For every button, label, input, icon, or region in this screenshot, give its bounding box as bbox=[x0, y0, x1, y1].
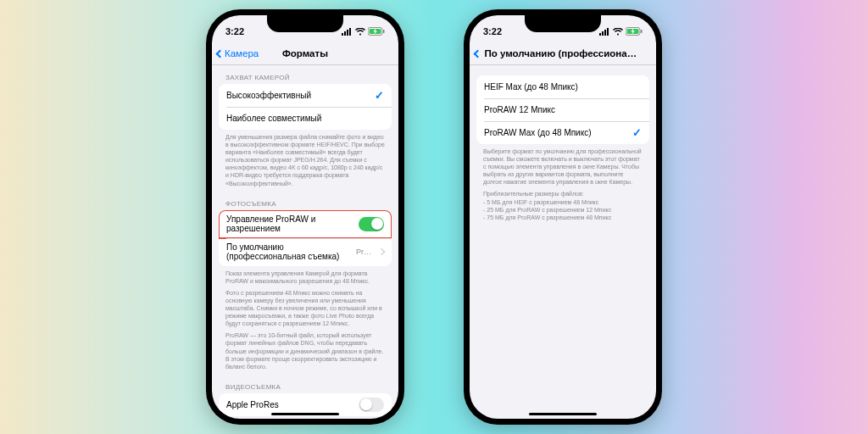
pro-default-value: Pr… bbox=[356, 248, 371, 256]
phone-left: 3:22 Камера Форматы ЗАХВАТ КАМЕРОЙ Высок… bbox=[206, 9, 404, 425]
chevron-left-icon bbox=[216, 49, 225, 58]
home-indicator[interactable] bbox=[271, 413, 339, 416]
notch bbox=[267, 15, 343, 32]
wifi-icon bbox=[355, 28, 365, 36]
back-button[interactable]: Камера bbox=[217, 42, 259, 64]
svg-rect-13 bbox=[641, 30, 643, 33]
prores-toggle[interactable] bbox=[359, 398, 384, 412]
row-proraw-control[interactable]: Управление ProRAW и разрешением bbox=[219, 210, 392, 238]
footer-video: В приложении «Камера» отобразится параме… bbox=[219, 416, 392, 419]
nav-bar: По умолчанию (профессиональная с… bbox=[470, 42, 656, 65]
svg-rect-1 bbox=[344, 31, 346, 36]
nav-bar: Камера Форматы bbox=[212, 42, 398, 65]
svg-rect-8 bbox=[602, 31, 604, 36]
screen-right: 3:22 По умолчанию (профессиональная с… H… bbox=[470, 15, 656, 419]
home-indicator[interactable] bbox=[529, 413, 597, 416]
row-proraw-max[interactable]: ProRAW Max (до 48 Мпикс) ✓ bbox=[476, 121, 649, 144]
svg-rect-3 bbox=[349, 28, 351, 36]
svg-rect-6 bbox=[383, 30, 385, 33]
chevron-left-icon bbox=[474, 49, 482, 58]
footer-photo: Показ элемента управления Камерой для фо… bbox=[219, 266, 392, 370]
section-header-capture: ЗАХВАТ КАМЕРОЙ bbox=[219, 65, 392, 84]
proraw-toggle[interactable] bbox=[359, 217, 384, 231]
notch bbox=[525, 15, 601, 32]
status-icons bbox=[342, 27, 385, 36]
group-default-format: HEIF Max (до 48 Мпикс) ProRAW 12 Мпикс P… bbox=[476, 75, 649, 144]
footer-default: Выберите формат по умолчанию для професс… bbox=[476, 144, 649, 221]
back-button[interactable] bbox=[475, 42, 481, 64]
svg-rect-10 bbox=[607, 28, 609, 36]
row-heif-max[interactable]: HEIF Max (до 48 Мпикс) bbox=[476, 75, 649, 98]
group-photo: Управление ProRAW и разрешением По умолч… bbox=[219, 210, 392, 266]
svg-rect-2 bbox=[347, 30, 348, 36]
settings-content[interactable]: HEIF Max (до 48 Мпикс) ProRAW 12 Мпикс P… bbox=[470, 65, 656, 419]
wifi-icon bbox=[613, 28, 623, 36]
battery-icon bbox=[368, 27, 385, 36]
nav-title: Форматы bbox=[282, 48, 328, 58]
status-time: 3:22 bbox=[225, 26, 244, 36]
svg-rect-7 bbox=[599, 33, 601, 36]
row-pro-default[interactable]: По умолчанию (профессиональная съемка) P… bbox=[219, 238, 392, 266]
check-icon: ✓ bbox=[632, 126, 642, 139]
section-header-photo: ФОТОСЪЕМКА bbox=[219, 192, 392, 210]
row-most-compatible[interactable]: Наиболее совместимый bbox=[219, 107, 392, 130]
svg-rect-9 bbox=[604, 30, 606, 36]
row-high-efficiency[interactable]: Высокоэффективный ✓ bbox=[219, 84, 392, 107]
settings-content[interactable]: ЗАХВАТ КАМЕРОЙ Высокоэффективный ✓ Наибо… bbox=[212, 65, 398, 419]
cellular-icon bbox=[599, 28, 610, 36]
footer-capture: Для уменьшения размера файла снимайте фо… bbox=[219, 130, 392, 187]
screen-left: 3:22 Камера Форматы ЗАХВАТ КАМЕРОЙ Высок… bbox=[212, 15, 398, 419]
svg-rect-0 bbox=[342, 33, 343, 36]
row-proraw-12[interactable]: ProRAW 12 Мпикс bbox=[476, 98, 649, 121]
battery-icon bbox=[626, 27, 643, 36]
cellular-icon bbox=[342, 28, 353, 36]
phone-right: 3:22 По умолчанию (профессиональная с… H… bbox=[464, 9, 662, 425]
status-icons bbox=[599, 27, 643, 36]
chevron-right-icon bbox=[378, 248, 385, 255]
nav-title: По умолчанию (профессиональная с… bbox=[485, 48, 642, 58]
check-icon: ✓ bbox=[375, 89, 384, 102]
section-header-video: ВИДЕОСЪЕМКА bbox=[219, 375, 392, 393]
group-capture: Высокоэффективный ✓ Наиболее совместимый bbox=[219, 84, 392, 130]
back-label: Камера bbox=[225, 48, 259, 58]
status-time: 3:22 bbox=[483, 26, 502, 36]
